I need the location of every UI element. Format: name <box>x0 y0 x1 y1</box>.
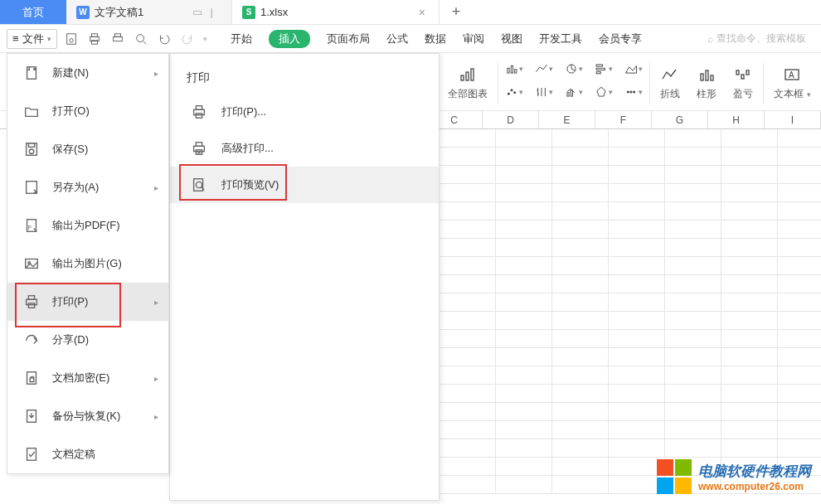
cell[interactable] <box>440 184 496 202</box>
ribbon-tab-dev[interactable]: 开发工具 <box>539 32 582 46</box>
print-icon[interactable] <box>87 32 102 46</box>
cell[interactable] <box>721 129 778 148</box>
cell[interactable] <box>778 257 821 275</box>
cell[interactable] <box>609 202 665 220</box>
column-header[interactable]: I <box>765 111 821 128</box>
cell[interactable] <box>778 202 821 220</box>
cell[interactable] <box>552 166 609 184</box>
cell[interactable] <box>552 330 609 348</box>
file-button[interactable]: ≡ 文件 ▾ <box>7 29 57 49</box>
cell[interactable] <box>440 330 496 348</box>
column-header[interactable]: E <box>539 111 595 128</box>
area-chart-icon[interactable]: ▾ <box>624 60 643 78</box>
search-box[interactable]: ⌕ 查找命令、搜索模板 <box>707 32 814 46</box>
cell[interactable] <box>778 348 821 366</box>
preview-icon[interactable] <box>134 32 148 46</box>
file-menu-image[interactable]: 输出为图片(G) <box>7 245 168 283</box>
cell[interactable] <box>665 166 721 184</box>
cell[interactable] <box>665 148 721 166</box>
cell[interactable] <box>440 202 496 220</box>
pie-chart-icon[interactable]: ▾ <box>565 60 583 78</box>
cell[interactable] <box>665 293 721 312</box>
cell[interactable] <box>721 184 778 202</box>
cell[interactable] <box>440 348 496 366</box>
cell[interactable] <box>496 148 552 166</box>
cell[interactable] <box>496 385 552 403</box>
cell[interactable] <box>496 403 552 421</box>
cell[interactable] <box>609 239 665 257</box>
cell[interactable] <box>609 403 665 421</box>
tab-xls[interactable]: S 1.xlsx × <box>232 0 440 24</box>
file-menu-saveas[interactable]: 另存为(A)▸ <box>7 168 168 206</box>
cell[interactable] <box>552 476 609 494</box>
cell[interactable] <box>440 293 496 312</box>
cell[interactable] <box>496 129 552 148</box>
cell[interactable] <box>552 257 609 275</box>
file-menu-backup[interactable]: 备份与恢复(K)▸ <box>7 397 168 435</box>
cell[interactable] <box>665 129 721 148</box>
cell[interactable] <box>552 403 609 421</box>
print-submenu-preview[interactable]: 打印预览(V) <box>170 167 439 203</box>
cell[interactable] <box>496 348 552 366</box>
cell[interactable] <box>721 385 778 403</box>
cell[interactable] <box>609 129 665 148</box>
cell[interactable] <box>721 239 778 257</box>
undo-icon[interactable] <box>157 32 172 46</box>
cell[interactable] <box>778 166 821 184</box>
cell[interactable] <box>496 421 552 439</box>
line-chart-icon[interactable]: ▾ <box>535 60 553 78</box>
cell[interactable] <box>721 312 778 330</box>
more-chart-icon[interactable]: ▾ <box>624 83 643 101</box>
cell[interactable] <box>778 312 821 330</box>
cell[interactable] <box>665 348 721 366</box>
cell[interactable] <box>778 148 821 166</box>
cell[interactable] <box>609 257 665 275</box>
cell[interactable] <box>665 220 721 239</box>
cell[interactable] <box>721 421 778 439</box>
file-menu-save[interactable]: 保存(S) <box>7 130 168 168</box>
tab-doc[interactable]: W 文字文稿1 ▭ | <box>66 0 232 24</box>
scatter-chart-icon[interactable]: ▾ <box>505 83 523 101</box>
cell[interactable] <box>778 330 821 348</box>
cell[interactable] <box>496 366 552 385</box>
file-menu-lock[interactable]: 文档加密(E)▸ <box>7 359 168 397</box>
ribbon-group-sparkline-winloss[interactable]: 盈亏 <box>725 62 761 104</box>
cell[interactable] <box>609 366 665 385</box>
cell[interactable] <box>665 385 721 403</box>
cell[interactable] <box>721 403 778 421</box>
cell[interactable] <box>721 293 778 312</box>
cell[interactable] <box>496 458 552 476</box>
cell[interactable] <box>440 220 496 239</box>
ribbon-tab-formula[interactable]: 公式 <box>386 32 408 46</box>
cell[interactable] <box>609 293 665 312</box>
cell[interactable] <box>440 275 496 293</box>
radar-chart-icon[interactable]: ▾ <box>595 83 613 101</box>
window-icon[interactable]: ▭ <box>192 6 202 18</box>
cell[interactable] <box>496 220 552 239</box>
cell[interactable] <box>721 348 778 366</box>
cell[interactable] <box>609 385 665 403</box>
cell[interactable] <box>552 239 609 257</box>
cell[interactable] <box>552 148 609 166</box>
ribbon-tab-member[interactable]: 会员专享 <box>599 32 642 46</box>
ribbon-tab-view[interactable]: 视图 <box>501 32 522 46</box>
cell[interactable] <box>440 166 496 184</box>
cell[interactable] <box>609 439 665 458</box>
hbar-chart-icon[interactable]: ▾ <box>595 60 613 78</box>
cell[interactable] <box>552 312 609 330</box>
column-header[interactable]: F <box>595 111 652 128</box>
cell[interactable] <box>721 166 778 184</box>
cell[interactable] <box>496 184 552 202</box>
cell[interactable] <box>440 148 496 166</box>
cell[interactable] <box>440 439 496 458</box>
cell[interactable] <box>609 220 665 239</box>
ribbon-tab-start[interactable]: 开始 <box>231 32 252 46</box>
cell[interactable] <box>496 312 552 330</box>
cell[interactable] <box>440 366 496 385</box>
stock-chart-icon[interactable]: ▾ <box>535 83 553 101</box>
cell[interactable] <box>552 421 609 439</box>
cell[interactable] <box>552 202 609 220</box>
print-submenu-print[interactable]: 打印(P)... <box>170 94 439 130</box>
cell[interactable] <box>496 257 552 275</box>
file-menu-print[interactable]: 打印(P)▸ <box>7 283 168 321</box>
